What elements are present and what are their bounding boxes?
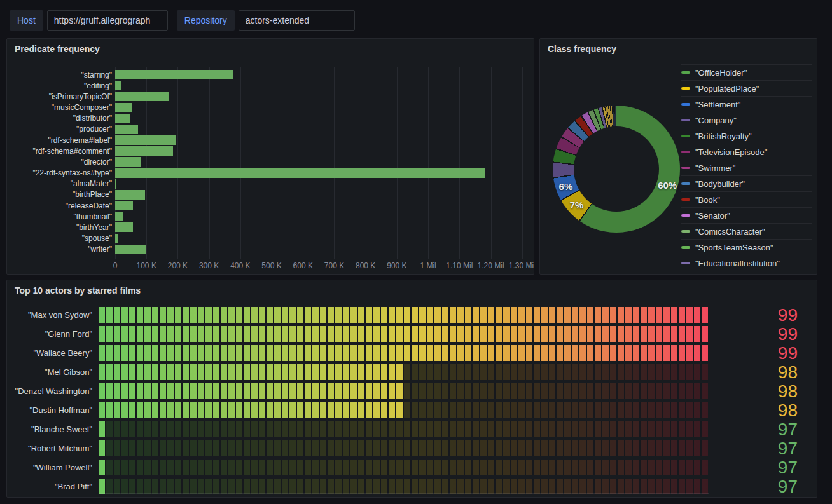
predicate-label: "editing" — [7, 81, 115, 90]
actor-row: "Wallace Beery"99 — [7, 343, 817, 362]
actor-value: 97 — [708, 460, 817, 475]
legend-swatch-icon — [681, 230, 690, 233]
predicate-row: "releaseDate" — [7, 200, 532, 211]
predicate-bar — [115, 190, 145, 200]
repository-field: Repository — [177, 10, 355, 31]
actor-gauge — [99, 326, 708, 342]
legend-label: "PopulatedPlace" — [695, 84, 759, 93]
dashboard-controls: Host Repository — [10, 10, 355, 31]
actor-row: "Denzel Washington"98 — [7, 381, 817, 400]
actor-value: 98 — [708, 402, 817, 418]
predicate-track — [115, 81, 532, 90]
predicate-bar — [115, 92, 169, 101]
legend-item[interactable]: "Senator" — [681, 207, 812, 223]
legend-label: "Bodybuilder" — [695, 179, 745, 189]
legend-item[interactable]: "ComicsCharacter" — [681, 223, 812, 239]
predicate-bar — [115, 81, 121, 90]
actor-row: "Robert Mitchum"97 — [7, 439, 817, 458]
predicate-track — [115, 157, 532, 167]
predicate-bar — [115, 114, 130, 123]
actor-label: "Wallace Beery" — [7, 348, 99, 358]
predicate-label: "rdf-schema#comment" — [7, 147, 115, 156]
predicate-row: "musicComposer" — [7, 102, 532, 113]
actor-label: "Mel Gibson" — [7, 367, 99, 377]
actor-value: 97 — [708, 479, 817, 494]
gauge-cell-grid — [99, 307, 708, 323]
predicate-track — [115, 103, 532, 112]
axis-tick-label: 1.10 Mil — [446, 261, 473, 270]
legend-item[interactable]: "SportsTeamSeason" — [681, 239, 812, 255]
predicate-bar — [115, 103, 132, 112]
legend-item[interactable]: "Company" — [681, 112, 812, 128]
predicate-bar — [115, 222, 133, 232]
predicate-track — [115, 92, 532, 101]
actor-axis-line — [99, 493, 709, 494]
legend-item[interactable]: "BritishRoyalty" — [681, 128, 812, 144]
actor-value: 99 — [708, 345, 817, 361]
predicate-label: "almaMater" — [7, 179, 115, 188]
predicate-bar — [115, 157, 141, 167]
predicate-track — [115, 245, 532, 254]
donut-hole — [574, 126, 659, 212]
actor-row: "Dustin Hoffman"98 — [7, 400, 817, 419]
actor-gauge — [99, 383, 708, 399]
class-legend: "OfficeHolder""PopulatedPlace""Settlemen… — [681, 64, 812, 275]
predicate-row: "writer" — [7, 244, 532, 255]
predicate-track — [115, 125, 532, 134]
predicate-row: "22-rdf-syntax-ns#type" — [7, 168, 532, 179]
legend-item[interactable]: "Bodybuilder" — [681, 175, 812, 191]
legend-item[interactable]: "EducationalInstitution" — [681, 255, 812, 271]
predicate-track — [115, 70, 532, 79]
host-input[interactable] — [47, 10, 168, 31]
predicate-bar — [115, 168, 485, 178]
actor-value: 99 — [708, 307, 817, 323]
legend-label: "Senator" — [695, 211, 730, 221]
actor-value: 99 — [708, 326, 817, 342]
predicate-label: "musicComposer" — [7, 103, 115, 112]
predicate-track — [115, 222, 532, 232]
gauge-cell-grid — [99, 421, 708, 437]
panel-title-class-frequency[interactable]: Class frequency — [548, 44, 616, 54]
repository-input[interactable] — [239, 10, 355, 31]
axis-tick-label: 100 K — [137, 261, 156, 270]
legend-swatch-icon — [681, 198, 690, 201]
actor-row: "Mel Gibson"98 — [7, 362, 817, 381]
actor-gauge — [99, 345, 708, 361]
legend-label: "EducationalInstitution" — [695, 259, 780, 268]
legend-item[interactable]: "Swimmer" — [681, 160, 812, 175]
legend-item[interactable]: "Book" — [681, 191, 812, 207]
actor-row: "William Powell"97 — [7, 458, 817, 477]
panel-title-top-actors[interactable]: Top 10 actors by starred films — [15, 285, 141, 296]
actor-gauge — [99, 307, 708, 323]
legend-item[interactable]: "Settlement" — [681, 96, 812, 112]
actor-row: "Glenn Ford"99 — [7, 324, 817, 343]
legend-item[interactable]: "Website" — [681, 271, 812, 275]
actor-label: "Robert Mitchum" — [7, 444, 99, 453]
legend-item[interactable]: "OfficeHolder" — [681, 64, 812, 80]
actor-gauge — [99, 402, 708, 418]
gauge-cell-grid — [99, 479, 708, 494]
gauge-cell-grid — [99, 402, 708, 418]
axis-tick-label: 700 K — [324, 261, 344, 270]
axis-tick-label: 300 K — [199, 261, 219, 270]
predicate-bar — [115, 245, 146, 254]
legend-item[interactable]: "PopulatedPlace" — [681, 80, 812, 96]
actor-gauge — [99, 421, 708, 437]
class-donut-chart: 60%7%6% — [553, 106, 680, 233]
actor-label: "Glenn Ford" — [7, 329, 99, 339]
host-label: Host — [10, 10, 43, 31]
legend-item[interactable]: "TelevisionEpisode" — [681, 144, 812, 160]
predicate-label: "distributor" — [7, 114, 115, 123]
panel-title-predicate-frequency[interactable]: Predicate frequency — [15, 44, 100, 54]
predicate-row: "almaMater" — [7, 179, 532, 189]
predicate-bar — [115, 70, 233, 79]
actor-label: "William Powell" — [7, 463, 99, 472]
actor-row: "Max von Sydow"99 — [7, 305, 817, 324]
legend-swatch-icon — [681, 151, 690, 153]
actor-gauge — [99, 479, 708, 494]
actor-row: "Blanche Sweet"97 — [7, 419, 817, 439]
legend-swatch-icon — [681, 135, 690, 137]
predicate-row: "distributor" — [7, 113, 532, 124]
actor-value: 97 — [708, 440, 817, 456]
predicate-label: "releaseDate" — [7, 201, 115, 210]
